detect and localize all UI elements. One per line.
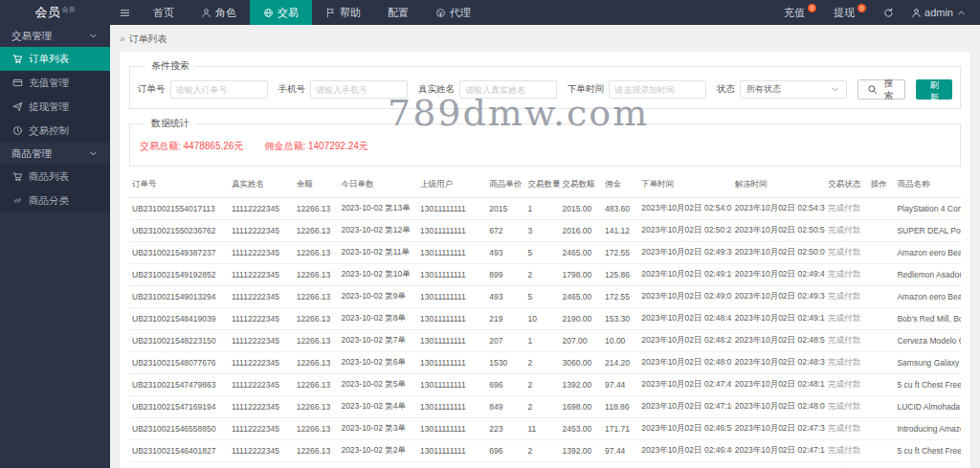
refresh-button[interactable]: 刷新 (916, 79, 952, 100)
table-cell: 2 (524, 440, 559, 462)
table-cell: 2023年10月02日 02:48:52 (732, 330, 826, 352)
commission-value: 1407292.24元 (308, 141, 368, 151)
sidebar-item[interactable]: 商品分类 (0, 189, 110, 212)
table-cell (868, 198, 895, 220)
sidebar-item[interactable]: 订单列表 (0, 47, 110, 71)
sidebar-item[interactable]: 充值管理 (0, 71, 110, 95)
table-row[interactable]: UB23100215471691941111222234512266.13202… (129, 396, 961, 418)
table-cell: 2023-10-02 第13单 (338, 198, 417, 220)
table-cell: 12266.13 (294, 308, 339, 330)
top-menu-item-4[interactable]: 配置 (374, 0, 422, 25)
filter-label: 真实姓名 (418, 83, 455, 96)
table-row[interactable]: UB23100215474798631111222234512266.13202… (129, 374, 961, 396)
table-row[interactable]: UB23100215540171131111222234512266.13202… (129, 198, 961, 220)
top-navbar: 会员会员 首页角色交易帮助配置代理 充值0 提现0 admin (0, 0, 980, 25)
plane-icon (12, 101, 23, 112)
table-row[interactable]: UB23100215482231501111222234512266.13202… (129, 330, 961, 352)
table-row[interactable]: UB23100215502367621111222234512266.13202… (129, 220, 961, 242)
table-cell: UB2310021549192852 (129, 264, 229, 286)
table-cell: 10 (524, 308, 559, 330)
table-cell: 12266.13 (294, 220, 339, 242)
search-button[interactable]: 搜 索 (858, 79, 905, 100)
chevron-down-icon (88, 31, 99, 41)
sidebar-item[interactable]: 商品列表 (0, 165, 110, 189)
table-cell: 11112222345 (229, 198, 294, 220)
sidebar-section-0[interactable]: 交易管理 (0, 25, 110, 47)
app-logo[interactable]: 会员会员 (0, 4, 110, 21)
breadcrumb-arrow: » (120, 33, 125, 44)
table-cell: 493 (486, 286, 524, 308)
table-cell: 153.30 (602, 308, 638, 330)
table-cell: 2023年10月02日 02:48:22 (638, 330, 732, 352)
table-cell: Bueno Avena En Polvo Para Preparar Bebid… (894, 462, 961, 468)
top-menu-label: 角色 (215, 6, 236, 20)
table-row[interactable]: UB23100215465588501111222234512266.13202… (129, 418, 961, 440)
filter-input-3[interactable] (609, 80, 706, 99)
filter-input-1[interactable] (310, 80, 408, 99)
table-cell: 97.44 (602, 440, 638, 462)
sidebar-item[interactable]: 交易控制 (0, 119, 110, 143)
chevron-down-icon (830, 84, 840, 95)
table-cell: 3 (524, 220, 559, 242)
sidebar-item[interactable]: 提现管理 (0, 95, 110, 119)
top-menu-label: 帮助 (340, 6, 361, 20)
table-cell: 9.45 (602, 462, 638, 468)
table-cell: 11112222345 (229, 242, 294, 264)
table-cell: 完成付款 (825, 220, 868, 242)
top-menu-label: 首页 (153, 6, 174, 20)
table-cell: 13011111111 (417, 440, 486, 462)
table-cell: 1 (524, 330, 559, 352)
table-cell: 2023年10月02日 02:48:38 (732, 352, 826, 374)
menu-toggle-icon[interactable] (110, 0, 140, 25)
table-cell: 2023年10月02日 02:48:19 (732, 374, 826, 396)
table-row[interactable]: UB23100215490132941111222234512266.13202… (129, 286, 961, 308)
top-menu-item-5[interactable]: 代理 (422, 0, 484, 25)
recharge-link[interactable]: 充值0 (784, 6, 816, 20)
table-cell: Introducing Amazon Smart Soap Dispenser,… (894, 418, 961, 440)
table-row[interactable]: UB23100215464018271111222234512266.13202… (129, 440, 961, 462)
table-cell: 2023-10-02 第7单 (338, 330, 417, 352)
table-row[interactable]: UB23100215381192811111222234512266.13202… (129, 462, 961, 468)
chevron-down-icon (88, 148, 99, 159)
sidebar-item-label: 商品列表 (29, 170, 69, 184)
filter-field-0: 订单号 (138, 80, 268, 99)
table-cell: 11112222345 (229, 440, 294, 462)
table-cell: 2023年10月02日 02:38:44 (732, 462, 826, 468)
filter-input-0[interactable] (170, 80, 268, 99)
table-row[interactable]: UB23100215484190391111222234512266.13202… (129, 308, 961, 330)
table-cell: 12266.13 (294, 264, 339, 286)
table-cell: 11112222345 (229, 374, 294, 396)
table-cell: 141.12 (602, 220, 638, 242)
table-row[interactable]: UB23100215491928521111222234512266.13202… (129, 264, 961, 286)
table-row[interactable]: UB23100215480776761111222234512266.13202… (129, 352, 961, 374)
table-cell: 2023年10月02日 02:47:30 (732, 418, 826, 440)
filter-input-2[interactable] (459, 80, 557, 99)
user-menu[interactable]: admin (911, 7, 967, 18)
table-cell: UB2310021538119281 (129, 462, 229, 468)
table-cell: 2023年10月02日 02:48:00 (732, 396, 826, 418)
table-cell: 696 (486, 374, 524, 396)
status-select[interactable]: 所有状态 (740, 80, 847, 99)
table-cell: 125.86 (602, 264, 638, 286)
commission-label: 佣金总额: (264, 141, 305, 151)
withdraw-link[interactable]: 提现0 (834, 6, 866, 20)
top-menu-item-2[interactable]: 交易 (250, 0, 312, 25)
column-header: 余额 (294, 172, 339, 198)
table-cell: UB2310021549013294 (129, 286, 229, 308)
table-cell: 1 (524, 198, 559, 220)
recharge-badge: 0 (808, 4, 816, 12)
column-header: 交易数量 (524, 172, 559, 198)
table-cell: 2023-10-02 第11单 (338, 242, 417, 264)
top-menu-item-1[interactable]: 角色 (188, 0, 250, 25)
refresh-icon[interactable] (883, 8, 894, 18)
table-cell: 483.60 (602, 198, 638, 220)
table-cell: 2023年10月02日 02:49:19 (638, 264, 732, 286)
top-menu-item-0[interactable]: 首页 (140, 0, 188, 25)
table-cell (868, 440, 895, 462)
filter-field-1: 手机号 (278, 80, 409, 99)
table-cell (868, 462, 895, 468)
table-row[interactable]: UB23100215493872371111222234512266.13202… (129, 242, 961, 264)
sidebar-section-1[interactable]: 商品管理 (0, 143, 110, 165)
top-menu-item-3[interactable]: 帮助 (312, 0, 374, 25)
link-icon (12, 195, 23, 206)
